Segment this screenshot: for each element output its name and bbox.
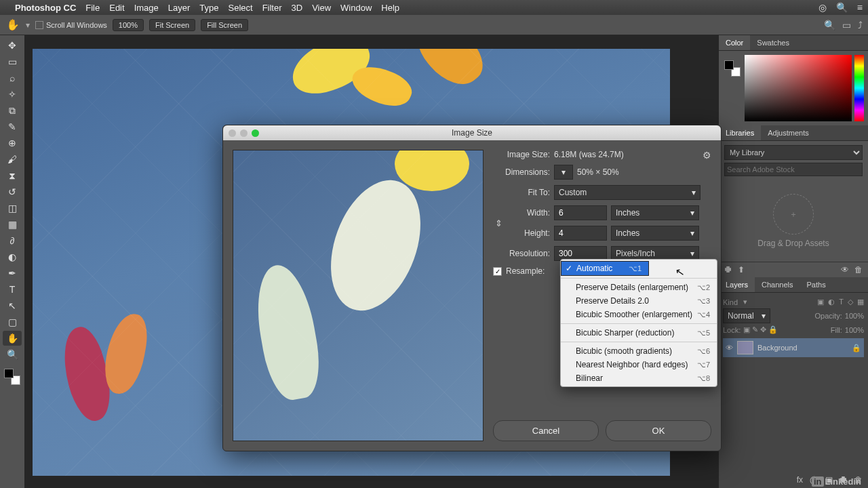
tab-swatches[interactable]: Swatches [750, 35, 796, 50]
zoom-icon[interactable] [252, 129, 259, 137]
width-input[interactable] [554, 205, 607, 220]
search-icon[interactable]: 🔍 [836, 2, 848, 13]
fx-icon[interactable]: fx [797, 475, 803, 485]
menu-edit[interactable]: Edit [109, 3, 124, 13]
heal-tool[interactable]: ⊕ [3, 136, 22, 150]
menu-layer[interactable]: Layer [168, 3, 191, 13]
history-brush-tool[interactable]: ↺ [3, 184, 22, 199]
menu-help[interactable]: Help [381, 3, 399, 13]
color-fgbg[interactable] [723, 59, 742, 78]
dimensions-unit[interactable]: ▾ [554, 165, 573, 180]
filter-shape-icon[interactable]: ◇ [848, 298, 853, 306]
tab-layers[interactable]: Layers [719, 277, 755, 292]
crop-tool[interactable]: ⧉ [3, 103, 22, 118]
chevron-down-icon[interactable]: ▾ [26, 20, 30, 30]
cc-icon[interactable]: ◎ [818, 2, 827, 13]
gradient-tool[interactable]: ▦ [3, 217, 22, 232]
blur-tool[interactable]: ∂ [3, 233, 22, 248]
eye-icon[interactable]: 👁 [841, 265, 849, 274]
dropdown-item[interactable]: Bicubic (smooth gradients)⌥6 [561, 344, 717, 358]
dropdown-item[interactable]: Preserve Details 2.0⌥3 [561, 294, 717, 308]
layer-row[interactable]: 👁 Background 🔒 [723, 338, 864, 357]
hand-tool-icon[interactable]: ✋ [5, 18, 20, 33]
filter-image-icon[interactable]: ▣ [817, 298, 824, 306]
path-tool[interactable]: ↖ [3, 298, 22, 313]
wand-tool[interactable]: ✧ [3, 87, 22, 102]
resample-checkbox[interactable]: ✓ [493, 267, 502, 276]
height-input[interactable] [554, 226, 607, 241]
tab-color[interactable]: Color [719, 35, 750, 50]
filter-adjust-icon[interactable]: ◐ [828, 298, 835, 306]
stock-search-input[interactable] [724, 163, 863, 176]
tab-adjustments[interactable]: Adjustments [761, 125, 816, 140]
scroll-all-checkbox[interactable]: Scroll All Windows [35, 21, 107, 29]
zoom-tool[interactable]: 🔍 [3, 347, 22, 362]
add-icon[interactable]: 🞦 [724, 265, 732, 274]
dropdown-item[interactable]: Nearest Neighbor (hard edges)⌥7 [561, 358, 717, 371]
type-tool[interactable]: T [3, 282, 22, 297]
color-picker[interactable] [745, 55, 852, 121]
ok-button[interactable]: OK [606, 420, 711, 441]
width-unit-select[interactable]: Inches▾ [611, 205, 699, 220]
tab-channels[interactable]: Channels [755, 277, 800, 292]
menu-icon[interactable]: ≡ [857, 2, 863, 13]
menu-image[interactable]: Image [134, 3, 159, 13]
menu-3d[interactable]: 3D [292, 3, 303, 13]
dropdown-item[interactable]: Bicubic Sharper (reduction)⌥5 [561, 326, 717, 340]
frame-icon[interactable]: ▭ [842, 20, 851, 30]
dropdown-item[interactable]: ✓Automatic⌥1 [561, 261, 649, 276]
pen-tool[interactable]: ✒ [3, 266, 22, 281]
filter-type-icon[interactable]: T [839, 298, 844, 306]
link-icon[interactable]: ⇕ [493, 218, 504, 228]
dropdown-item[interactable]: Bilinear⌥8 [561, 371, 717, 385]
library-select[interactable]: My Library [724, 145, 863, 160]
eye-icon[interactable]: 👁 [726, 344, 733, 352]
dodge-tool[interactable]: ◐ [3, 249, 22, 264]
dropdown-item[interactable]: Bicubic Smoother (enlargement)⌥4 [561, 308, 717, 321]
share-icon[interactable]: ⤴ [858, 20, 863, 30]
shape-tool[interactable]: ▢ [3, 314, 22, 329]
fill-value[interactable]: 100% [845, 326, 864, 334]
asset-dropzone[interactable]: ＋ Drag & Drop Assets [719, 180, 868, 262]
lasso-tool[interactable]: ⌕ [3, 70, 22, 85]
blend-mode-select[interactable]: Normal▾ [723, 308, 770, 323]
minimize-icon[interactable] [240, 129, 248, 137]
tab-libraries[interactable]: Libraries [719, 125, 761, 140]
menubar[interactable]: Photoshop CC File Edit Image Layer Type … [0, 0, 868, 15]
stamp-tool[interactable]: ⧗ [3, 168, 22, 183]
dropdown-item[interactable]: Preserve Details (enlargement)⌥2 [561, 281, 717, 294]
menu-window[interactable]: Window [340, 3, 372, 13]
move-tool[interactable]: ✥ [3, 38, 22, 53]
brush-tool[interactable]: 🖌 [3, 152, 22, 167]
upload-icon[interactable]: ⬆ [738, 265, 745, 274]
cancel-button[interactable]: Cancel [493, 420, 599, 441]
menu-filter[interactable]: Filter [262, 3, 282, 13]
menu-select[interactable]: Select [228, 3, 252, 13]
fill-screen-button[interactable]: Fill Screen [201, 19, 248, 31]
opacity-value[interactable]: 100% [845, 312, 864, 320]
fg-bg-colors[interactable] [3, 367, 22, 386]
resample-dropdown[interactable]: ✓Automatic⌥1Preserve Details (enlargemen… [560, 259, 717, 387]
height-unit-select[interactable]: Inches▾ [611, 226, 699, 241]
hue-slider[interactable] [854, 55, 864, 121]
dialog-preview[interactable] [233, 150, 484, 441]
lock-icons[interactable]: ▣ ✎ ✥ 🔒 [743, 325, 778, 334]
tab-paths[interactable]: Paths [800, 277, 833, 292]
menu-type[interactable]: Type [199, 3, 218, 13]
search-icon[interactable]: 🔍 [824, 20, 835, 30]
eraser-tool[interactable]: ◫ [3, 201, 22, 216]
fit-screen-button[interactable]: Fit Screen [149, 19, 195, 31]
trash-icon[interactable]: 🗑 [854, 265, 863, 274]
close-icon[interactable] [229, 129, 236, 137]
dialog-titlebar[interactable]: Image Size [223, 125, 721, 140]
eyedropper-tool[interactable]: ✎ [3, 119, 22, 134]
fitto-select[interactable]: Custom▾ [554, 185, 701, 200]
zoom-level[interactable]: 100% [113, 19, 144, 31]
hand-tool[interactable]: ✋ [3, 331, 22, 346]
marquee-tool[interactable]: ▭ [3, 54, 22, 69]
gear-icon[interactable]: ⚙ [703, 150, 711, 161]
menu-view[interactable]: View [312, 3, 331, 13]
menu-file[interactable]: File [85, 3, 100, 13]
filter-smart-icon[interactable]: ▦ [857, 298, 864, 306]
plus-icon: ＋ [773, 194, 814, 235]
